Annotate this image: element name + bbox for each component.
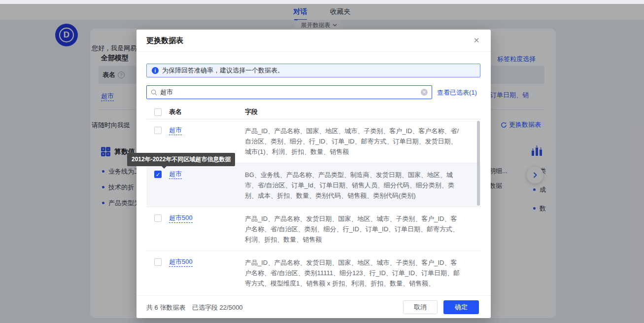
row-checkbox[interactable]	[154, 258, 162, 266]
table-list: 超市产品_ID、产品名称、国家、地区、城市、子类别、客户_ID、客户名称、省/自…	[146, 119, 481, 290]
search-value: 超市	[160, 88, 418, 97]
close-icon[interactable]: ✕	[472, 36, 481, 45]
table-name-link[interactable]: 超市	[169, 170, 182, 179]
select-all-checkbox[interactable]	[154, 108, 162, 116]
search-icon	[151, 89, 157, 96]
table-fields: 产品_ID、产品名称、发货日期、国家、地区、城市、子类别、客户_ID、客户名称、…	[245, 214, 462, 245]
selected-fields-text: 已选字段 22/5000	[192, 303, 243, 312]
search-input[interactable]: 超市 ✕	[146, 85, 432, 99]
table-fields: 产品_ID、产品名称、国家、地区、城市、子类别、客户_ID、客户名称、省/自治区…	[245, 126, 462, 157]
col-header-fields: 字段	[245, 108, 258, 116]
table-fields: 产品_ID、产品名称、发货日期、国家、地区、城市、子类别、客户_ID、客户名称、…	[245, 257, 462, 288]
info-icon: i	[152, 67, 159, 74]
table-name-link[interactable]: 超市	[169, 126, 182, 135]
table-row: 超市500产品_ID、产品名称、发货日期、国家、地区、城市、子类别、客户_ID、…	[146, 207, 481, 251]
table-fields: BG、业务线、产品名称、产品类型、制造商、发货日期、国家、地区、城市、省/自治区…	[245, 170, 462, 201]
table-name-link[interactable]: 超市500	[169, 214, 193, 223]
table-name-link[interactable]: 超市500	[169, 258, 193, 267]
info-banner: i 为保障回答准确率，建议选择一个数据表。	[146, 64, 480, 77]
scrollbar-thumb[interactable]	[477, 121, 480, 206]
confirm-button[interactable]: 确定	[443, 300, 479, 314]
row-checkbox[interactable]	[154, 127, 162, 134]
row-checkbox[interactable]	[154, 171, 162, 178]
cancel-button[interactable]: 取消	[403, 300, 438, 314]
modal-title: 更换数据表	[146, 36, 183, 45]
clear-search-icon[interactable]: ✕	[421, 89, 428, 96]
modal-footer: 共 6 张数据表 已选字段 22/5000 取消 确定	[136, 295, 491, 318]
row-checkbox[interactable]	[154, 215, 162, 222]
table-header-row: 表名 字段	[146, 105, 481, 119]
total-tables-text: 共 6 张数据表	[146, 303, 185, 312]
modal-header: 更换数据表	[136, 30, 491, 52]
table-tooltip: 2012年-2022年不同区域超市信息数据	[127, 153, 235, 166]
info-banner-text: 为保障回答准确率，建议选择一个数据表。	[162, 66, 284, 75]
view-selected-tables-link[interactable]: 查看已选表(1)	[437, 88, 477, 97]
table-row: 超市BG、业务线、产品名称、产品类型、制造商、发货日期、国家、地区、城市、省/自…	[146, 163, 481, 207]
col-header-name: 表名	[169, 108, 245, 116]
table-row: 超市500产品_ID、产品名称、发货日期、国家、地区、城市、子类别、客户_ID、…	[146, 251, 481, 290]
change-datatable-modal: 更换数据表 ✕ i 为保障回答准确率，建议选择一个数据表。 超市 ✕ 查看已选表…	[136, 30, 491, 318]
